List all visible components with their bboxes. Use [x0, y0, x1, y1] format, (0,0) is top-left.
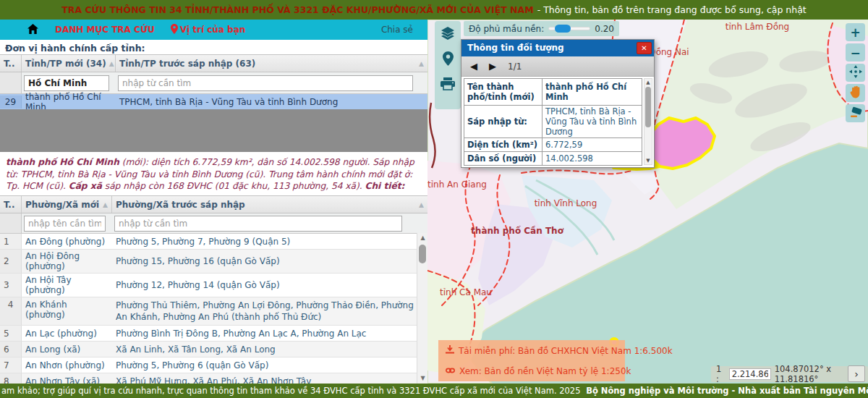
footer-bar: am khảo; trợ giúp quí vị tra cứu nhanh, …: [0, 384, 868, 398]
column-header-new-ward[interactable]: Phường/Xã mới ▲: [22, 196, 112, 213]
sort-asc-icon: ▲: [416, 60, 424, 67]
hand-icon: [850, 85, 861, 101]
column-header-new-province[interactable]: Tỉnh/TP mới (34) ▲: [22, 55, 116, 72]
map-tool-strip: [435, 21, 461, 109]
share-button[interactable]: Chia sẻ: [381, 25, 413, 35]
ward-filter-row: [0, 213, 427, 234]
page-title: TRA CỨU THÔNG TIN 34 TỈNH/THÀNH PHỐ VÀ 3…: [61, 4, 533, 15]
popup-row-label: Cấp xã sáp nhập còn:: [464, 166, 542, 166]
ward-row[interactable]: 5 An Lạc (phường) Phường Bình Trị Đông B…: [0, 326, 427, 342]
scale-prefix: 1 :: [716, 364, 726, 384]
opacity-slider[interactable]: [548, 27, 590, 30]
ward-old-filter-input[interactable]: [114, 216, 402, 232]
scroll-down-icon[interactable]: ▼: [417, 373, 427, 384]
pager-text: 1/1: [508, 62, 522, 72]
top-title-bar: TRA CỨU THÔNG TIN 34 TỈNH/THÀNH PHỐ VÀ 3…: [0, 0, 868, 20]
ward-row[interactable]: 8 An Nhơn Tây (xã) Xã Phú Mỹ Hưng, Xã An…: [0, 373, 427, 384]
column-header-num[interactable]: T..: [0, 196, 22, 213]
opacity-slider-bar: Độ phủ mầu nền: 0.20: [464, 21, 619, 36]
layers-button[interactable]: [438, 25, 457, 43]
empty-grid-area: [0, 109, 427, 152]
map-label-lam-dong: tỉnh Lâm Đồng: [726, 22, 789, 32]
popup-scrollbar[interactable]: ▲ ▼: [644, 78, 652, 165]
ward-row[interactable]: 6 An Long (xã) Xã An Linh, Xã Tân Long, …: [0, 342, 427, 357]
ward-row[interactable]: 2 An Hội Đông (phường) Phường 15, Phường…: [0, 250, 427, 274]
eraser-icon: [849, 106, 862, 121]
slider-thumb[interactable]: [555, 25, 571, 33]
nav-item-vi-tri[interactable]: Vị trí của bạn: [171, 24, 246, 36]
ward-row[interactable]: 7 An Nhơn (phường) Phường 5, Phường 6 (q…: [0, 357, 427, 373]
location-pin-icon: [171, 24, 178, 36]
nav-item-danh-muc[interactable]: DANH MỤC TRA CỨU: [55, 25, 155, 35]
scroll-down-icon[interactable]: ▼: [644, 157, 652, 164]
left-panel: Đơn vị hành chính cấp tỉnh: T.. Tỉnh/TP …: [0, 40, 427, 384]
section-label: Đơn vị hành chính cấp tỉnh:: [5, 43, 145, 54]
pan-hand-button[interactable]: [846, 84, 865, 102]
app-window: TRA CỨU THÔNG TIN 34 TỈNH/THÀNH PHỐ VÀ 3…: [0, 0, 868, 398]
map-label-dong-nai: Đồng Nai: [649, 47, 689, 57]
sort-asc-icon: ▲: [100, 201, 108, 208]
popup-row-label: Sáp nhập từ:: [464, 106, 542, 138]
ward-row[interactable]: 3 An Hội Tây (phường) Phường 12, Phường …: [0, 274, 427, 297]
scrollbar-thumb[interactable]: [645, 87, 651, 127]
column-header-old-ward[interactable]: Phường/Xã trước sáp nhập ▲: [112, 196, 427, 213]
locate-button[interactable]: [438, 50, 457, 69]
eraser-button[interactable]: [846, 104, 865, 122]
popup-row-value: 168 ĐVHC (01 đặc khu, 113 phường, 54 xã): [542, 166, 642, 166]
popup-row-label: Tên thành phố/tỉnh (mới): [464, 79, 542, 106]
popup-row-value: TPHCM, tỉnh Bà Rịa - Vũng Tàu và tỉnh Bì…: [542, 106, 642, 138]
ward-table: T.. Phường/Xã mới ▲ Phường/Xã trước sáp …: [0, 195, 427, 384]
footer-text: am khảo; trợ giúp quí vị tra cứu nhanh, …: [1, 386, 581, 396]
pan-button[interactable]: [846, 64, 865, 82]
opacity-label: Độ phủ mầu nền:: [469, 24, 544, 34]
pan-icon: [849, 65, 862, 81]
scale-bar: 1 : 104.87012° x 11.81816°: [711, 366, 868, 382]
sidebar-expand-button[interactable]: ›: [848, 365, 865, 382]
scroll-up-icon[interactable]: ▲: [644, 79, 652, 86]
ward-table-scrollbar[interactable]: ▲ ▼: [417, 233, 427, 384]
popup-title: Thông tin đối tượng: [461, 40, 654, 56]
page-subtitle: - Thông tin, bản đồ trên trang đang được…: [537, 4, 807, 15]
province-new-filter-input[interactable]: [24, 75, 109, 91]
map-area[interactable]: tỉnh Lâm Đồng Đồng Nai tỉnh An Giang tỉn…: [427, 20, 868, 384]
province-table-header: T.. Tỉnh/TP mới (34) ▲ Tỉnh/TP trước sáp…: [0, 55, 427, 72]
map-label-vinh-long: tỉnh Vĩnh Long: [535, 198, 597, 208]
zoom-in-button[interactable]: +: [846, 23, 865, 41]
popup-row-value: 6.772,59: [542, 138, 642, 152]
province-old-filter-input[interactable]: [118, 75, 413, 91]
close-button[interactable]: ✕: [637, 42, 652, 54]
feature-info-popup: Thông tin đối tượng ✕ ◀ ▶ 1/1 Tên thành …: [461, 39, 655, 168]
download-link[interactable]: Tải miễn phí: Bản đồ CHXHCN Việt Nam 1:6…: [446, 345, 618, 356]
popup-table: Tên thành phố/tỉnh (mới) thành phố Hồ Ch…: [464, 78, 642, 166]
nav-bar: DANH MỤC TRA CỨU Vị trí của bạn Chia sẻ: [0, 20, 427, 40]
view-link[interactable]: Xem: Bản đồ nền Việt Nam tỷ lệ 1:250k: [446, 366, 618, 376]
map-pin-icon: [443, 51, 454, 68]
map-zoom-controls: + −: [846, 23, 865, 122]
column-header-old-province[interactable]: Tỉnh/TP trước sáp nhập (63) ▲: [116, 55, 427, 72]
popup-row-label: Dân số (người): [464, 152, 542, 166]
opacity-value: 0.20: [595, 24, 614, 34]
province-row-selected[interactable]: 29 thành phố Hồ Chí Minh TPHCM, tỉnh Bà …: [0, 94, 427, 110]
minus-icon: −: [850, 46, 860, 60]
scrollbar-thumb[interactable]: [419, 245, 426, 263]
ward-table-header: T.. Phường/Xã mới ▲ Phường/Xã trước sáp …: [0, 196, 427, 213]
chevron-right-icon: ›: [854, 368, 859, 380]
ward-row[interactable]: 4 An Khánh (phường) Phường Thủ Thiêm, Ph…: [0, 297, 427, 326]
scale-input[interactable]: [729, 368, 771, 380]
download-icon: [446, 345, 454, 356]
province-description: thành phố Hồ Chí Minh (mới): diện tích 6…: [0, 154, 427, 195]
layers-icon: [440, 25, 456, 43]
print-button[interactable]: [438, 75, 457, 94]
ward-row[interactable]: 1 An Đông (phường) Phường 5, Phường 7, P…: [0, 234, 427, 250]
next-arrow-icon[interactable]: ▶: [489, 62, 496, 71]
prev-arrow-icon[interactable]: ◀: [470, 62, 477, 71]
map-label-ca-mau: tỉnh Cà Mau: [440, 287, 492, 297]
zoom-out-button[interactable]: −: [846, 43, 865, 62]
column-header-num[interactable]: T..: [0, 55, 22, 72]
link-icon: [446, 366, 455, 376]
ward-new-filter-input[interactable]: [24, 216, 106, 232]
home-button[interactable]: [26, 23, 39, 36]
popup-row-value: 14.002.598: [542, 152, 642, 166]
map-label-can-tho: thành phố Cần Thơ: [471, 226, 563, 236]
scroll-up-icon[interactable]: ▲: [417, 233, 427, 243]
